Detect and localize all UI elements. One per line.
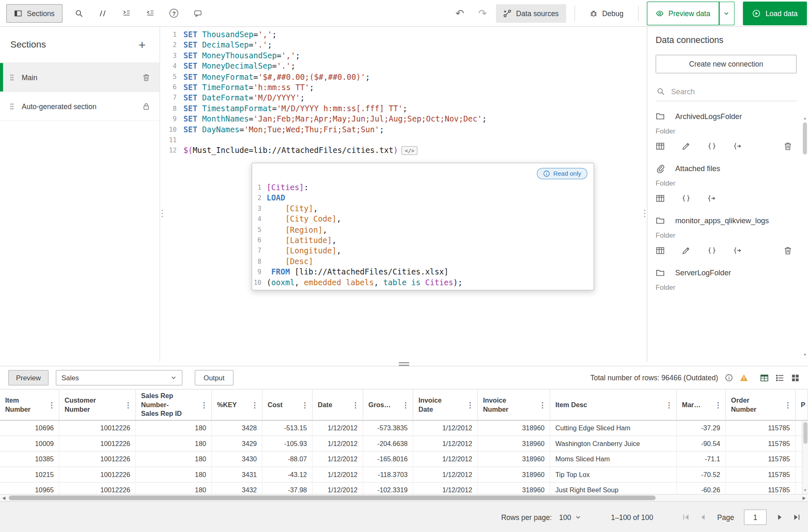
column-menu-icon[interactable]: ⋮ bbox=[537, 401, 548, 409]
connection-title[interactable]: ServerLogFolder bbox=[655, 266, 796, 280]
previous-page-button[interactable] bbox=[699, 513, 708, 521]
scroll-right-icon[interactable]: ▶ bbox=[800, 495, 808, 501]
code-line[interactable]: 1SET ThousandSep=','; bbox=[160, 29, 647, 40]
preview-data-button[interactable]: Preview data bbox=[647, 1, 719, 25]
section-item-auto-generated-section[interactable]: Auto-generated section bbox=[0, 92, 160, 121]
output-tab-button[interactable]: Output bbox=[195, 370, 233, 386]
rows-per-page-dropdown[interactable]: 100 bbox=[558, 511, 582, 523]
indent-button[interactable] bbox=[117, 4, 136, 22]
column-menu-icon[interactable]: ⋮ bbox=[123, 401, 133, 409]
expand-include-chip[interactable]: </> bbox=[402, 146, 418, 155]
connection-title[interactable]: monitor_apps_qlikview_logs bbox=[655, 214, 796, 228]
edit-icon[interactable] bbox=[682, 142, 691, 151]
column-header-invoice[interactable]: Invoice Number⋮ bbox=[478, 390, 550, 420]
insert-statement-icon[interactable] bbox=[733, 142, 743, 151]
create-connection-button[interactable]: Create new connection bbox=[655, 55, 796, 74]
code-line[interactable]: 7SET DateFormat='M/D/YYYY'; bbox=[160, 93, 647, 103]
edit-icon[interactable] bbox=[682, 246, 691, 255]
scroll-down-icon[interactable]: ▼ bbox=[803, 488, 807, 493]
connection-title[interactable]: ArchivedLogsFolder bbox=[655, 110, 796, 124]
code-line[interactable]: 2SET DecimalSep='.'; bbox=[160, 40, 647, 50]
scrollbar-thumb[interactable] bbox=[803, 422, 807, 444]
outdent-button[interactable] bbox=[141, 4, 160, 22]
column-header-order[interactable]: Order Number⋮ bbox=[726, 390, 796, 420]
select-data-icon[interactable] bbox=[655, 194, 665, 203]
comment-block-button[interactable] bbox=[188, 4, 207, 22]
warning-icon[interactable] bbox=[740, 374, 748, 382]
table-view-icon[interactable] bbox=[760, 373, 769, 382]
page-number-input[interactable] bbox=[744, 509, 767, 525]
code-line[interactable]: 6SET TimeFormat='h:mm:ss TT'; bbox=[160, 82, 647, 93]
connections-scrollbar[interactable]: ▲ ▼ bbox=[802, 116, 808, 358]
column-header-p[interactable]: P bbox=[796, 390, 808, 420]
column-menu-icon[interactable]: ⋮ bbox=[664, 401, 674, 409]
column-menu-icon[interactable]: ⋮ bbox=[300, 401, 310, 409]
scroll-up-icon[interactable]: ▲ bbox=[803, 116, 807, 121]
code-line[interactable]: 9SET MonthNames='Jan;Feb;Mar;Apr;May;Jun… bbox=[160, 114, 647, 124]
search-button[interactable] bbox=[69, 4, 88, 22]
column-header-date[interactable]: Date⋮ bbox=[312, 390, 363, 420]
insert-string-icon[interactable] bbox=[707, 142, 717, 151]
add-section-button[interactable]: + bbox=[135, 38, 149, 52]
column-header-customer[interactable]: Customer Number⋮ bbox=[60, 390, 136, 420]
grid-view-icon[interactable] bbox=[791, 373, 800, 382]
scrollbar-thumb[interactable] bbox=[803, 122, 807, 155]
column-header-mar[interactable]: Mar…⋮ bbox=[677, 390, 726, 420]
comment-toggle-button[interactable] bbox=[93, 4, 112, 22]
connection-title[interactable]: Attached files bbox=[655, 162, 796, 176]
sections-toggle-button[interactable]: Sections bbox=[6, 4, 62, 22]
code-line[interactable]: 11 bbox=[160, 135, 647, 145]
column-menu-icon[interactable]: ⋮ bbox=[47, 401, 57, 409]
debug-button[interactable]: Debug bbox=[583, 4, 630, 22]
code-line[interactable]: 8SET TimestampFormat='M/D/YYYY h:mm:ss[.… bbox=[160, 103, 647, 114]
column-header-key[interactable]: %KEY⋮ bbox=[212, 390, 263, 420]
next-page-button[interactable] bbox=[775, 513, 784, 521]
last-page-button[interactable] bbox=[793, 513, 801, 521]
load-data-button[interactable]: Load data bbox=[743, 1, 807, 25]
select-data-icon[interactable] bbox=[655, 246, 665, 255]
delete-icon[interactable] bbox=[783, 142, 793, 151]
preview-tab-button[interactable]: Preview bbox=[8, 370, 49, 386]
list-view-icon[interactable] bbox=[775, 373, 784, 382]
redo-button[interactable]: ↷ bbox=[473, 4, 492, 22]
column-header-gros[interactable]: Gros…⋮ bbox=[363, 390, 413, 420]
code-line[interactable]: 10SET DayNames='Mon;Tue;Wed;Thu;Fri;Sat;… bbox=[160, 124, 647, 135]
insert-statement-icon[interactable] bbox=[733, 246, 743, 255]
code-line[interactable]: 5SET MoneyFormat='$#,##0.00;($#,##0.00)'… bbox=[160, 72, 647, 82]
column-menu-icon[interactable]: ⋮ bbox=[400, 401, 411, 409]
panel-splitter[interactable] bbox=[0, 362, 808, 366]
table-vertical-scrollbar[interactable]: ▼ bbox=[802, 421, 808, 494]
column-menu-icon[interactable]: ⋮ bbox=[783, 401, 793, 409]
column-header-item-desc[interactable]: Item Desc⋮ bbox=[550, 390, 677, 420]
preview-data-caret-button[interactable] bbox=[719, 1, 735, 25]
undo-button[interactable]: ↶ bbox=[450, 4, 469, 22]
insert-string-icon[interactable] bbox=[682, 194, 691, 203]
sidebar-resize-handle[interactable] bbox=[161, 209, 164, 218]
delete-icon[interactable] bbox=[142, 73, 150, 81]
data-sources-button[interactable]: Data sources bbox=[496, 4, 566, 22]
first-page-button[interactable] bbox=[682, 513, 690, 521]
column-header-invoice[interactable]: Invoice Date⋮ bbox=[413, 390, 478, 420]
column-header-cost[interactable]: Cost⋮ bbox=[262, 390, 312, 420]
delete-icon[interactable] bbox=[783, 246, 793, 255]
help-button[interactable]: ? bbox=[164, 4, 183, 22]
panel-resize-handle[interactable] bbox=[643, 209, 646, 218]
scroll-left-icon[interactable]: ◀ bbox=[0, 495, 8, 501]
code-line[interactable]: 4SET MoneyDecimalSep='.'; bbox=[160, 61, 647, 72]
table-selector-dropdown[interactable]: Sales bbox=[56, 370, 182, 386]
column-menu-icon[interactable]: ⋮ bbox=[465, 401, 475, 409]
scrollbar-thumb[interactable] bbox=[9, 496, 655, 500]
column-menu-icon[interactable]: ⋮ bbox=[713, 401, 723, 409]
scroll-down-icon[interactable]: ▼ bbox=[803, 353, 807, 358]
table-horizontal-scrollbar[interactable]: ◀ ▶ bbox=[0, 494, 808, 501]
script-editor[interactable]: 1SET ThousandSep=',';2SET DecimalSep='.'… bbox=[160, 27, 647, 362]
code-line[interactable]: 12$(Must_Include=lib://AttachedFiles/cit… bbox=[160, 146, 647, 156]
info-icon[interactable] bbox=[725, 374, 733, 382]
section-item-main[interactable]: Main bbox=[0, 63, 160, 92]
connection-search-input[interactable] bbox=[671, 87, 796, 95]
column-menu-icon[interactable]: ⋮ bbox=[199, 401, 209, 409]
code-line[interactable]: 3SET MoneyThousandSep=','; bbox=[160, 50, 647, 61]
column-menu-icon[interactable]: ⋮ bbox=[350, 401, 361, 409]
column-menu-icon[interactable]: ⋮ bbox=[250, 401, 260, 409]
insert-statement-icon[interactable] bbox=[707, 194, 717, 203]
